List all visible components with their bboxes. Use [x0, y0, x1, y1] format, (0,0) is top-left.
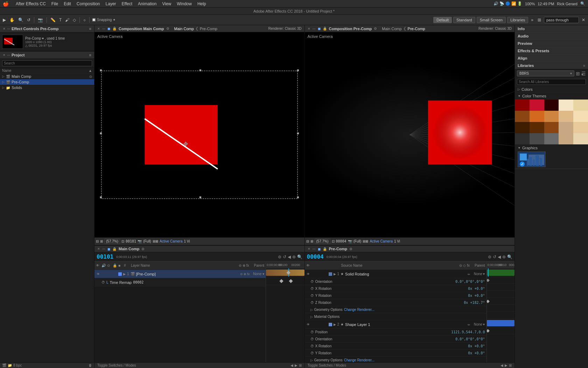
pre-kf-zrot[interactable]: [487, 300, 490, 303]
menu-file[interactable]: File: [49, 1, 61, 6]
timeremap-triangle[interactable]: L: [106, 280, 108, 284]
library-dropdown-arrow[interactable]: ▾: [570, 71, 572, 75]
comp-settings-pre[interactable]: ⚙: [374, 27, 377, 30]
main-comp-canvas[interactable]: Active Camera: [94, 32, 304, 237]
pre-track-bar-1[interactable]: [487, 270, 515, 276]
main-tl-btn4[interactable]: ⊕: [292, 254, 296, 259]
swatch-1-1[interactable]: [515, 100, 530, 111]
pre-tl-expand-all[interactable]: ⊞: [509, 363, 512, 367]
pre-view-icons[interactable]: ⊞⊠: [363, 239, 368, 243]
search-input[interactable]: [544, 17, 579, 23]
info-header[interactable]: Info: [515, 25, 588, 32]
tool-rotate[interactable]: ↺: [26, 17, 32, 23]
workspace-small-screen[interactable]: Small Screen: [477, 17, 506, 23]
swatch-4-3[interactable]: [544, 133, 559, 144]
tool-select[interactable]: ▶: [1, 17, 7, 23]
pre-view-num[interactable]: 1 Vi: [394, 239, 400, 243]
project-item-precomp[interactable]: ▷ 🎬 Pre-Comp: [0, 79, 94, 85]
pre-layer-2[interactable]: 👁 ▶ 2 ★ Shape Layer 1 ✏: [305, 320, 486, 329]
menu-ae[interactable]: After Effects CC: [13, 1, 49, 6]
pre-snap-btn[interactable]: ⊟: [306, 239, 309, 243]
pre-tl-settings[interactable]: ⚙: [349, 247, 352, 251]
color-row-4[interactable]: [515, 133, 588, 144]
stopwatch-icon[interactable]: ⏱: [102, 280, 105, 284]
main-tl-next-frame[interactable]: ▶: [295, 363, 298, 367]
main-view-num[interactable]: 1 Vi: [184, 239, 190, 243]
main-kf-tr1[interactable]: [279, 279, 283, 283]
pre-kf-pos[interactable]: [487, 329, 490, 333]
pre-tl-lock[interactable]: 🔒: [323, 247, 327, 251]
breadcrumb-precomp-main[interactable]: Pre-Comp: [200, 27, 217, 31]
search-clear[interactable]: ✕: [580, 17, 587, 23]
pre-l1-xrot-sw[interactable]: ⏱: [310, 287, 314, 291]
menu-edit[interactable]: Edit: [61, 1, 74, 6]
pre-l1-vis[interactable]: 👁: [306, 272, 310, 276]
colors-section-header[interactable]: ▷ Colors: [515, 86, 588, 93]
comp-settings-main[interactable]: ⚙: [166, 27, 169, 30]
workspace-options[interactable]: ⊞: [536, 17, 542, 23]
swatch-3-5[interactable]: [573, 122, 588, 133]
tool-puppet[interactable]: ⟐: [82, 17, 87, 23]
project-item-maincomp[interactable]: ▷ 🎬 Main Comp ⊙: [0, 74, 94, 79]
graphics-expand[interactable]: ▼: [518, 146, 521, 150]
graphics-thumb-1[interactable]: ✓: [518, 151, 546, 167]
pre-tl-minimize[interactable]: —: [313, 247, 316, 251]
library-grid-view[interactable]: ⊞: [576, 71, 580, 76]
main-tl-minimize[interactable]: —: [102, 247, 105, 251]
pre-l2-audio[interactable]: [312, 322, 316, 327]
pre-l1-zrot-sw[interactable]: ⏱: [310, 301, 314, 305]
tool-zoom[interactable]: 🔍: [17, 17, 25, 23]
project-search-input[interactable]: [2, 60, 92, 66]
pre-l1-geom-link[interactable]: Change Renderer...: [344, 308, 374, 312]
main-view-icons[interactable]: ⊞⊠: [153, 239, 158, 243]
main-l1-color[interactable]: [118, 272, 122, 276]
main-l1-solo[interactable]: [107, 272, 111, 276]
swatch-1-2[interactable]: [530, 100, 544, 111]
library-search-dropdown[interactable]: ▾: [581, 73, 583, 76]
swatch-1-3[interactable]: [544, 100, 559, 111]
main-cam-icon[interactable]: 📷: [138, 239, 142, 243]
menu-help[interactable]: Help: [195, 1, 209, 6]
menu-animation[interactable]: Animation: [135, 1, 159, 6]
breadcrumb-maincomp[interactable]: Main Comp: [174, 27, 194, 31]
panel-close[interactable]: ✕: [3, 27, 6, 30]
main-l1-timeremap[interactable]: ⏱ L Time Remap 00002: [94, 278, 266, 287]
pre-kf-orient[interactable]: [487, 279, 490, 282]
pre-layer-1[interactable]: 👁 ▶ 1 ★ Solid Rotating ✏: [305, 270, 486, 278]
pre-l2-orient-sw[interactable]: ⏱: [310, 337, 314, 341]
main-l1-vis[interactable]: 👁: [96, 272, 100, 276]
pre-cam-icon[interactable]: 📷: [348, 239, 352, 243]
main-tl-close[interactable]: ✕: [97, 247, 100, 251]
pre-tl-btn3[interactable]: ◀: [498, 254, 501, 259]
expand-arrow-pre[interactable]: ▷: [2, 80, 5, 84]
tool-text[interactable]: T: [58, 17, 63, 23]
libraries-menu[interactable]: ≡: [583, 64, 585, 68]
swatch-1-5[interactable]: [573, 100, 588, 111]
workspace-libraries[interactable]: Libraries: [507, 17, 528, 23]
main-l1-fx[interactable]: fx: [247, 272, 250, 276]
main-quality[interactable]: (Full): [143, 239, 151, 243]
pre-l2-edit[interactable]: ✏: [468, 323, 470, 327]
new-comp-btn[interactable]: 🎬: [2, 363, 6, 367]
main-l1-expand[interactable]: ▶: [123, 272, 126, 276]
project-close[interactable]: ✕: [3, 53, 6, 57]
color-row-2[interactable]: [515, 111, 588, 122]
pre-l1-color[interactable]: [329, 272, 332, 276]
swatch-4-5[interactable]: [573, 133, 588, 144]
lock-pre[interactable]: 🔒: [323, 27, 327, 30]
main-snap-btn[interactable]: ⊟: [96, 239, 99, 243]
main-l1-shy[interactable]: ⊝: [240, 272, 243, 276]
pre-l1-orient-sw[interactable]: ⏱: [310, 280, 314, 284]
pre-l1-expand[interactable]: ▶: [334, 272, 336, 276]
sort-arrow[interactable]: ▲: [89, 69, 92, 73]
align-header[interactable]: Align: [515, 55, 588, 62]
pre-l2-parent[interactable]: None ▾: [474, 322, 485, 326]
pre-l2-geom-expand[interactable]: ▷: [310, 359, 313, 362]
pre-active-cam-select[interactable]: Active Camera: [370, 239, 393, 243]
pre-l2-expand[interactable]: ▶: [334, 323, 336, 326]
swatch-4-4[interactable]: [559, 133, 573, 144]
main-grid-btn[interactable]: ⊞: [100, 239, 103, 243]
pre-l1-mat-expand[interactable]: ▷: [310, 315, 313, 319]
main-kf-tr2[interactable]: [289, 279, 293, 283]
pre-tl-toggle[interactable]: Toggle Switches / Modes: [308, 363, 346, 367]
